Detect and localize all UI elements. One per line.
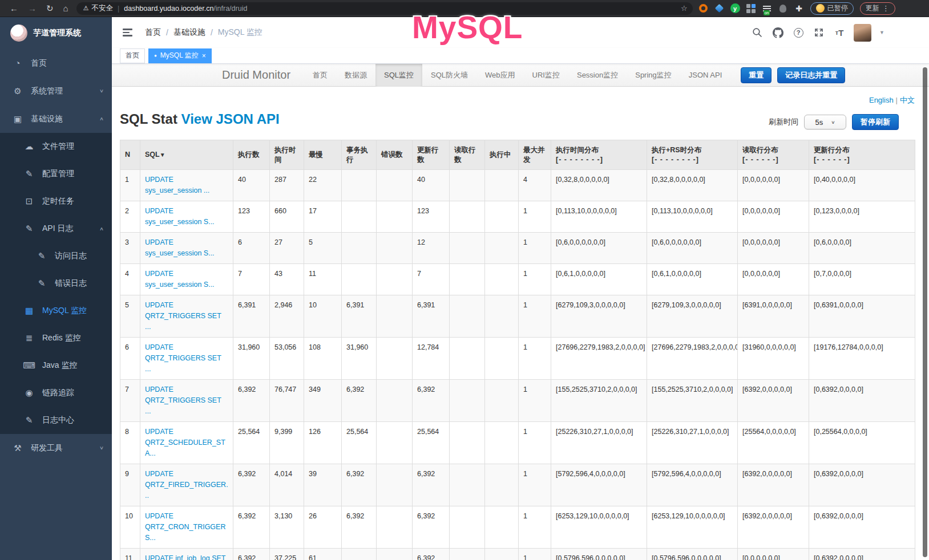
browser-update-button[interactable]: 更新 ⋮ — [860, 2, 895, 15]
forward-icon[interactable]: → — [28, 4, 37, 13]
druid-nav-URI监控[interactable]: URI监控 — [524, 64, 568, 87]
github-icon[interactable] — [772, 26, 784, 39]
extension-donut-icon[interactable] — [698, 3, 708, 13]
close-icon[interactable]: × — [202, 52, 206, 59]
font-size-icon[interactable]: тT — [833, 26, 846, 39]
druid-nav-Web应用[interactable]: Web应用 — [476, 64, 524, 87]
user-caret-icon[interactable]: ▼ — [879, 30, 884, 35]
page-scrollbar[interactable] — [923, 67, 927, 557]
bookmark-star-icon[interactable]: ☆ — [681, 4, 688, 13]
druid-nav-Spring监控[interactable]: Spring监控 — [627, 64, 680, 87]
cell: UPDATE QRTZ_FIRED_TRIGGER... — [140, 464, 233, 506]
sidebar-item-API 日志[interactable]: ✎API 日志∧ — [0, 215, 112, 242]
column-header-12[interactable]: 执行+RS时分布[- - - - - - - -] — [647, 140, 738, 170]
sidebar-item-Java 监控[interactable]: ⌨Java 监控 — [0, 352, 112, 379]
sidebar-item-首页[interactable]: ◔首页 — [0, 49, 112, 77]
reload-icon[interactable]: ↻ — [46, 4, 54, 13]
sidebar-item-日志中心[interactable]: ✎日志中心 — [0, 407, 112, 434]
column-header-13[interactable]: 读取行分布[- - - - - -] — [738, 140, 809, 170]
column-header-4[interactable]: 最慢 — [304, 140, 342, 170]
sidebar-item-定时任务[interactable]: ⊡定时任务 — [0, 188, 112, 215]
sql-link[interactable]: UPDATE QRTZ_TRIGGERS SET ... — [145, 385, 221, 415]
cell: 6,391 — [233, 295, 270, 338]
hamburger-icon[interactable] — [120, 26, 135, 39]
column-header-5[interactable]: 事务执行 — [342, 140, 377, 170]
help-icon[interactable]: ? — [792, 26, 805, 39]
druid-nav-首页[interactable]: 首页 — [304, 64, 336, 87]
url-bar[interactable]: ⚠ 不安全 | dashboard.yudao.iocoder.cn/infra… — [76, 2, 693, 15]
druid-nav-SQL防火墙[interactable]: SQL防火墙 — [422, 64, 476, 87]
column-header-11[interactable]: 执行时间分布[- - - - - - - -] — [551, 140, 647, 170]
sidebar-item-Redis 监控[interactable]: ≣Redis 监控 — [0, 324, 112, 352]
sidebar-item-系统管理[interactable]: ⚙系统管理∨ — [0, 77, 112, 105]
column-header-1[interactable]: SQL▼ — [140, 140, 233, 170]
druid-nav-Session监控[interactable]: Session监控 — [568, 64, 627, 87]
lang-chinese-link[interactable]: 中文 — [900, 96, 915, 104]
fullscreen-icon[interactable] — [813, 26, 825, 39]
home-icon[interactable]: ⌂ — [63, 4, 68, 13]
back-icon[interactable]: ← — [10, 4, 18, 13]
sql-link[interactable]: UPDATE QRTZ_CRON_TRIGGERS... — [145, 512, 225, 542]
column-header-7[interactable]: 更新行数 — [413, 140, 450, 170]
tab-MySQL 监控[interactable]: ●MySQL 监控× — [148, 48, 212, 63]
cell: [6279,109,3,0,0,0,0,0] — [647, 295, 738, 338]
sidebar-item-错误日志[interactable]: ✎错误日志 — [0, 270, 112, 297]
reset-button[interactable]: 重置 — [741, 67, 772, 83]
sql-link[interactable]: UPDATE QRTZ_TRIGGERS SET ... — [145, 343, 221, 373]
extension-blocks-icon[interactable] — [746, 3, 756, 13]
sql-link[interactable]: UPDATE sys_user_session S... — [145, 238, 215, 257]
sql-link[interactable]: UPDATE QRTZ_FIRED_TRIGGER... — [145, 470, 228, 500]
sidebar-item-MySQL 监控[interactable]: ▦MySQL 监控 — [0, 297, 112, 324]
tab-首页[interactable]: 首页 — [120, 48, 145, 63]
druid-nav-SQL监控[interactable]: SQL监控 — [375, 64, 422, 87]
extension-y-icon[interactable]: y — [730, 3, 740, 13]
menu-dots-icon[interactable]: ⋮ — [882, 4, 890, 13]
table-row: 7UPDATE QRTZ_TRIGGERS SET ...6,39276,747… — [120, 380, 915, 422]
cell: [0,6392,0,0,0,0] — [809, 464, 915, 506]
mysql-monitor-icon: ▦ — [23, 306, 35, 316]
sidebar-item-链路追踪[interactable]: ◉链路追踪 — [0, 379, 112, 407]
column-header-9[interactable]: 执行中 — [485, 140, 519, 170]
search-icon[interactable] — [751, 26, 764, 39]
extension-avatar-icon[interactable] — [778, 3, 788, 13]
sql-link[interactable]: UPDATE sys_user_session S... — [145, 207, 215, 226]
column-header-14[interactable]: 更新行分布[- - - - - -] — [809, 140, 915, 170]
druid-nav-数据源[interactable]: 数据源 — [336, 64, 375, 87]
view-json-api-link[interactable]: View JSON API — [181, 111, 280, 127]
sidebar-item-配置管理[interactable]: ✎配置管理 — [0, 160, 112, 188]
log-and-reset-button[interactable]: 记录日志并重置 — [777, 67, 845, 83]
column-header-10[interactable]: 最大并发 — [519, 140, 551, 170]
sql-link[interactable]: UPDATE QRTZ_TRIGGERS SET ... — [145, 301, 221, 331]
cell: 40 — [233, 170, 270, 201]
column-header-8[interactable]: 读取行数 — [450, 140, 485, 170]
sidebar-item-文件管理[interactable]: ☁文件管理 — [0, 133, 112, 160]
cell: [0,113,10,0,0,0,0,0] — [647, 201, 738, 233]
sql-link[interactable]: UPDATE sys_user_session ... — [145, 176, 209, 194]
sql-link[interactable]: UPDATE inf_job_log SET e... — [145, 554, 225, 560]
sidebar-item-访问日志[interactable]: ✎访问日志 — [0, 242, 112, 270]
refresh-interval-select[interactable]: 5s ∨ — [804, 115, 846, 129]
user-avatar[interactable] — [854, 24, 871, 42]
profile-paused-chip[interactable]: 已暂停 — [810, 2, 854, 15]
column-header-3[interactable]: 执行时间 — [270, 140, 304, 170]
extension-list-on-icon[interactable]: on — [762, 3, 772, 13]
breadcrumb-item[interactable]: 首页 — [145, 27, 161, 38]
java-monitor-icon: ⌨ — [23, 360, 35, 371]
sql-link[interactable]: UPDATE QRTZ_SCHEDULER_STA... — [145, 428, 225, 457]
security-label[interactable]: 不安全 — [92, 3, 114, 13]
pause-refresh-button[interactable]: 暂停刷新 — [852, 114, 899, 130]
column-header-6[interactable]: 错误数 — [377, 140, 413, 170]
sql-link[interactable]: UPDATE sys_user_session S... — [145, 270, 215, 289]
column-header-0[interactable]: N — [120, 140, 140, 170]
extensions-puzzle-icon[interactable]: ✚ — [794, 3, 804, 13]
lang-english-link[interactable]: English — [869, 96, 894, 104]
cell: 660 — [270, 201, 304, 233]
app-logo[interactable]: 芋道管理系统 — [0, 17, 112, 49]
extension-gem-icon[interactable] — [714, 3, 724, 13]
druid-nav-JSON API[interactable]: JSON API — [680, 64, 731, 87]
sidebar-item-基础设施[interactable]: ▣基础设施∧ — [0, 105, 112, 133]
column-header-2[interactable]: 执行数 — [233, 140, 270, 170]
breadcrumb-item[interactable]: 基础设施 — [173, 27, 205, 38]
sidebar-item-研发工具[interactable]: ⚒研发工具∨ — [0, 434, 112, 462]
druid-brand[interactable]: Druid Monitor — [222, 68, 290, 82]
